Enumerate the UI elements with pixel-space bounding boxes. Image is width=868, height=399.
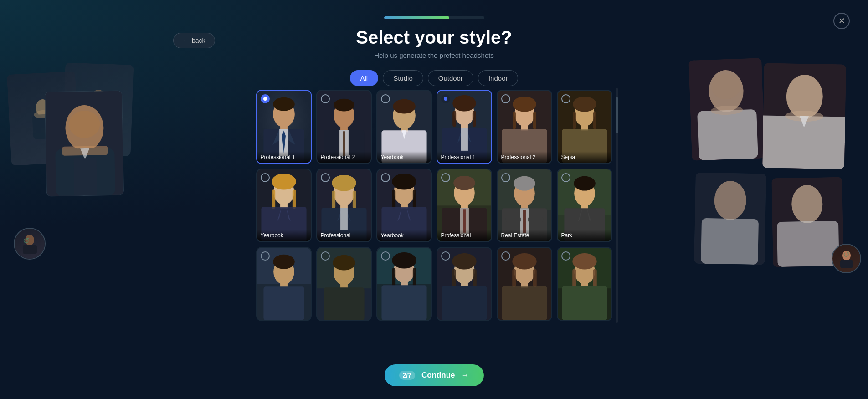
svg-rect-92 xyxy=(352,190,356,209)
radio-professional-male-outdoor[interactable] xyxy=(441,173,450,182)
style-card-real-estate[interactable]: Real Estate xyxy=(497,169,552,243)
radio-row3-4[interactable] xyxy=(441,251,450,261)
style-card-row3-5[interactable] xyxy=(497,247,552,321)
back-button[interactable]: ← back xyxy=(173,33,215,48)
svg-point-35 xyxy=(273,97,295,111)
svg-rect-172 xyxy=(593,269,596,287)
continue-button[interactable]: 2/7 Continue → xyxy=(384,364,483,386)
svg-rect-138 xyxy=(263,287,304,320)
radio-professional-female1[interactable] xyxy=(321,173,330,182)
radio-professional2-male[interactable] xyxy=(321,94,330,103)
svg-point-74 xyxy=(573,97,596,112)
style-card-yearbook-female1[interactable]: Yearbook xyxy=(256,169,312,243)
radio-yearbook-male[interactable] xyxy=(381,94,390,103)
radio-park[interactable] xyxy=(561,173,570,182)
radio-row3-6[interactable] xyxy=(561,251,570,261)
svg-rect-144 xyxy=(324,288,364,320)
style-card-row3-6[interactable] xyxy=(557,247,612,321)
svg-rect-102 xyxy=(412,189,416,209)
svg-point-170 xyxy=(572,253,597,270)
radio-sepia[interactable] xyxy=(561,94,570,103)
radio-row3-1[interactable] xyxy=(261,251,270,261)
style-card-label-11: Real Estate xyxy=(498,230,551,241)
continue-button-wrapper: 2/7 Continue → xyxy=(384,364,483,386)
style-card-row3-1[interactable] xyxy=(256,247,312,321)
radio-yearbook-female1[interactable] xyxy=(261,173,270,182)
filter-tab-indoor[interactable]: Indoor xyxy=(478,70,519,86)
style-card-professional1-female[interactable]: Professional 1 xyxy=(437,90,492,164)
svg-rect-150 xyxy=(412,268,416,287)
style-card-professional2-male[interactable]: Professional 2 xyxy=(316,90,372,164)
page-wrapper: ✕ ← back Select your style? Help us gene… xyxy=(0,0,868,399)
svg-rect-59 xyxy=(472,111,476,127)
style-card-label-5: Professional 2 xyxy=(498,151,551,163)
svg-point-51 xyxy=(393,99,416,114)
svg-rect-174 xyxy=(562,286,607,320)
style-card-yearbook-male[interactable]: Yearbook xyxy=(376,90,432,164)
style-card-professional2-female[interactable]: Professional 2 xyxy=(497,90,552,164)
style-card-row3-4[interactable] xyxy=(437,247,492,321)
style-card-professional-male-outdoor[interactable]: Professional xyxy=(437,169,492,243)
step-badge: 2/7 xyxy=(399,371,415,380)
radio-yearbook-female2[interactable] xyxy=(381,173,390,182)
svg-rect-32 xyxy=(840,260,853,268)
page-subtitle: Help us generate the prefect headshots xyxy=(374,51,494,59)
style-card-label-6: Sepia xyxy=(558,151,611,163)
style-card-sepia[interactable]: Sepia xyxy=(557,90,612,164)
svg-rect-27 xyxy=(701,218,759,265)
radio-professional2-female[interactable] xyxy=(501,94,510,103)
svg-rect-91 xyxy=(332,190,335,209)
filter-tabs: All Studio Outdoor Indoor xyxy=(350,70,519,86)
radio-row3-3[interactable] xyxy=(381,251,390,261)
svg-point-67 xyxy=(513,97,536,112)
svg-rect-159 xyxy=(442,286,487,320)
radio-professional1-female[interactable] xyxy=(441,94,450,103)
svg-rect-14 xyxy=(74,158,97,197)
svg-rect-114 xyxy=(463,209,466,233)
svg-point-44 xyxy=(334,99,354,112)
style-card-professional1-male[interactable]: Professional 1 xyxy=(256,90,312,164)
radio-row3-5[interactable] xyxy=(501,251,510,261)
style-card-professional-female1[interactable]: Professional xyxy=(316,169,372,243)
radio-row3-2[interactable] xyxy=(321,251,330,261)
radio-real-estate[interactable] xyxy=(501,173,510,182)
right-decorative-photos: ↺ xyxy=(690,59,863,278)
svg-rect-68 xyxy=(513,112,516,129)
style-card-label-2: Professional 2 xyxy=(317,151,371,163)
svg-rect-164 xyxy=(533,269,536,287)
style-card-row3-2[interactable] xyxy=(316,247,372,321)
svg-point-110 xyxy=(453,176,475,190)
svg-rect-97 xyxy=(340,208,348,230)
style-card-row3-3[interactable] xyxy=(376,247,432,321)
style-card-label-1: Professional 1 xyxy=(257,151,311,163)
style-card-label-3: Yearbook xyxy=(377,151,431,163)
filter-tab-outdoor[interactable]: Outdoor xyxy=(428,70,473,86)
continue-label: Continue xyxy=(421,371,455,380)
svg-point-90 xyxy=(332,175,356,191)
filter-tab-studio[interactable]: Studio xyxy=(383,70,423,86)
progress-bar-container xyxy=(384,16,484,19)
svg-rect-123 xyxy=(505,217,521,222)
close-button[interactable]: ✕ xyxy=(833,13,850,29)
svg-point-57 xyxy=(452,95,476,112)
style-card-label-10: Professional xyxy=(437,230,491,241)
style-card-yearbook-female2[interactable]: Yearbook xyxy=(376,169,432,243)
style-card-label-12: Park xyxy=(558,230,611,241)
svg-point-162 xyxy=(512,253,537,270)
svg-rect-157 xyxy=(473,269,476,287)
style-card-park[interactable]: Park xyxy=(557,169,612,243)
style-card-label-9: Yearbook xyxy=(377,230,431,241)
filter-tab-all[interactable]: All xyxy=(350,70,379,86)
svg-rect-83 xyxy=(292,189,296,209)
svg-rect-101 xyxy=(392,189,395,209)
page-title: Select your style? xyxy=(356,27,512,48)
style-card-label-4: Professional 1 xyxy=(437,151,491,163)
radio-professional1-male[interactable] xyxy=(261,94,270,103)
svg-point-148 xyxy=(392,252,416,269)
svg-rect-152 xyxy=(381,286,426,320)
style-card-label-8: Professional xyxy=(317,230,371,241)
svg-rect-171 xyxy=(572,269,576,287)
svg-rect-64 xyxy=(461,128,468,151)
left-decorative-photos: ↺ xyxy=(9,64,164,273)
svg-rect-163 xyxy=(512,269,516,287)
